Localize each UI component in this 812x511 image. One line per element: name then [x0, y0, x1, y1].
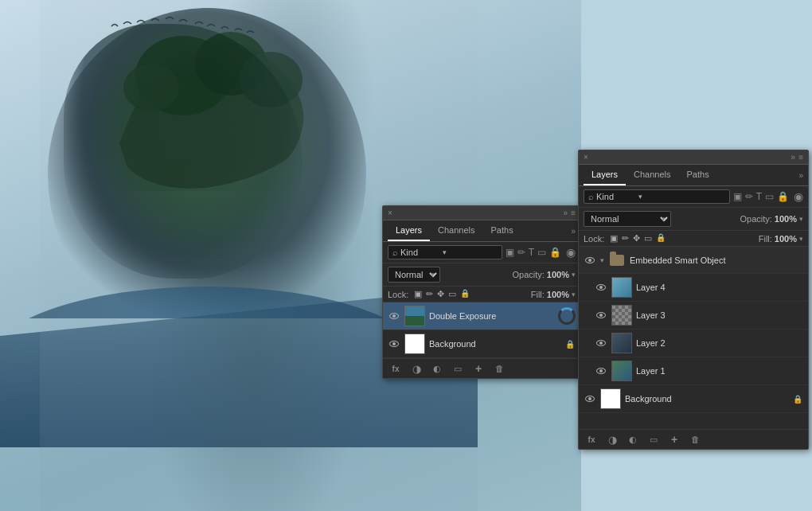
layer-row-background-small[interactable]: Background 🔒	[383, 330, 580, 358]
blend-mode-select-small[interactable]: Normal	[388, 267, 440, 283]
panel-small-tab-bar: Layers Channels Paths »	[383, 220, 580, 242]
filter-brush-icon[interactable]: ✏	[517, 247, 525, 258]
spacer-large	[579, 413, 808, 429]
panel-large-close[interactable]: ×	[584, 153, 588, 162]
filter-toggle-icon[interactable]: ◉	[566, 246, 576, 259]
tab-more-large[interactable]: »	[798, 171, 803, 180]
filter-shape-icon-large[interactable]: ▭	[765, 191, 774, 202]
thumb-background-small	[404, 334, 425, 354]
tab-layers-large[interactable]: Layers	[584, 165, 626, 185]
eye-icon-background-large[interactable]	[584, 394, 596, 404]
tab-paths-large[interactable]: Paths	[679, 165, 717, 185]
search-row-large: ⌕ ▾ ▣ ✏ T ▭ 🔒 ◉	[579, 186, 808, 208]
layer-name-layer4: Layer 4	[636, 283, 803, 292]
lock-artboard-icon[interactable]: ▭	[448, 289, 456, 299]
lock-artboard-icon-large[interactable]: ▭	[644, 233, 652, 244]
opacity-group-small: Opacity: 100% ▾	[513, 270, 576, 279]
mask-icon-small[interactable]: ◑	[408, 362, 424, 375]
search-box-small[interactable]: ⌕ ▾	[388, 245, 502, 259]
lock-move-icon[interactable]: ✥	[437, 289, 444, 299]
island-svg	[24, 0, 422, 318]
new-layer-icon-small[interactable]: +	[470, 362, 486, 375]
kind-chevron-large: ▾	[638, 193, 642, 201]
search-box-large[interactable]: ⌕ ▾	[584, 189, 730, 204]
group-icon-large[interactable]: ▭	[646, 433, 662, 446]
layer-row-layer3[interactable]: Layer 3	[579, 302, 808, 330]
eye-icon-embedded[interactable]	[584, 256, 596, 265]
svg-point-4	[123, 64, 179, 111]
search-input-small[interactable]	[400, 248, 440, 257]
opacity-chevron-large: ▾	[799, 215, 803, 223]
layer-row-layer1[interactable]: Layer 1	[579, 357, 808, 385]
layer-name-background-small: Background	[429, 339, 560, 349]
panel-large-expand[interactable]: »	[791, 153, 796, 162]
tab-channels-small[interactable]: Channels	[430, 220, 482, 241]
panel-small-close[interactable]: ×	[388, 209, 392, 217]
delete-layer-icon-small[interactable]: 🗑	[491, 362, 507, 375]
thumb-layer3	[611, 305, 632, 326]
opacity-label-small: Opacity:	[513, 270, 545, 279]
layer-row-double-exposure[interactable]: Double Exposure	[383, 302, 580, 330]
search-icon-small: ⌕	[392, 248, 398, 257]
eye-icon-background-small[interactable]	[388, 339, 400, 349]
eye-icon-double-exposure[interactable]	[388, 311, 400, 321]
thumb-double-exposure	[404, 306, 425, 326]
filter-text-icon[interactable]: T	[529, 247, 534, 258]
group-icon-small[interactable]: ▭	[450, 362, 466, 375]
lock-brush-icon-large[interactable]: ✏	[622, 233, 629, 244]
fill-value-small[interactable]: 100%	[547, 290, 569, 299]
tab-more-small[interactable]: »	[571, 227, 576, 236]
new-layer-icon-large[interactable]: +	[666, 433, 682, 446]
lock-move-icon-large[interactable]: ✥	[633, 233, 640, 244]
fill-group-small: Fill: 100% ▾	[531, 290, 576, 299]
svg-point-5	[24, 287, 422, 318]
search-input-large[interactable]	[596, 192, 636, 201]
tab-channels-large[interactable]: Channels	[626, 165, 678, 185]
filter-smart-icon[interactable]: 🔒	[549, 247, 561, 258]
delete-layer-icon-large[interactable]: 🗑	[687, 433, 703, 446]
opacity-value-large[interactable]: 100%	[775, 214, 797, 224]
adjustment-icon-large[interactable]: ◐	[625, 433, 641, 446]
filter-smart-icon-large[interactable]: 🔒	[777, 191, 789, 202]
filter-brush-icon-large[interactable]: ✏	[745, 191, 753, 202]
blend-row-large: Normal ▾ Opacity: 100% ▾	[579, 208, 808, 231]
eye-icon-layer1[interactable]	[595, 366, 607, 376]
eye-icon-layer4[interactable]	[595, 283, 607, 292]
tab-paths-small[interactable]: Paths	[483, 220, 521, 241]
tab-layers-small[interactable]: Layers	[388, 220, 430, 241]
eye-icon-layer2[interactable]	[595, 338, 607, 348]
fx-icon-small[interactable]: fx	[388, 362, 404, 375]
folder-icon-embedded	[610, 254, 626, 267]
layer-row-layer4[interactable]: Layer 4	[579, 274, 808, 302]
layer-row-background-large[interactable]: Background 🔒	[579, 385, 808, 413]
fx-icon-large[interactable]: fx	[584, 433, 599, 446]
adjustment-icon-small[interactable]: ◐	[429, 362, 445, 375]
thumb-layer2	[611, 333, 632, 353]
panel-small-expand[interactable]: »	[564, 209, 568, 217]
panel-large-menu[interactable]: ≡	[798, 153, 803, 162]
expand-arrow-embedded[interactable]: ▾	[600, 256, 604, 264]
filter-text-icon-large[interactable]: T	[756, 191, 762, 202]
lock-all-icon[interactable]: 🔒	[460, 289, 470, 299]
opacity-group-large: Opacity: 100% ▾	[740, 214, 804, 224]
layer-row-embedded-smart-object[interactable]: ▾ Embedded Smart Object	[579, 247, 808, 274]
eye-icon-layer3[interactable]	[595, 310, 607, 320]
opacity-label-large: Opacity:	[740, 214, 772, 224]
lock-pixel-icon[interactable]: ▣	[414, 289, 422, 299]
lock-all-icon-large[interactable]: 🔒	[656, 233, 666, 244]
panel-small-menu[interactable]: ≡	[571, 209, 576, 217]
layer-row-layer2[interactable]: Layer 2	[579, 330, 808, 357]
thumb-layer4	[611, 277, 632, 298]
mask-icon-large[interactable]: ◑	[604, 433, 620, 446]
fill-value-large[interactable]: 100%	[775, 234, 797, 244]
filter-pixel-icon-large[interactable]: ▣	[733, 191, 742, 202]
filter-shape-icon[interactable]: ▭	[537, 247, 546, 258]
lock-pixel-icon-large[interactable]: ▣	[610, 233, 618, 244]
blend-mode-select-large[interactable]: Normal	[584, 211, 671, 227]
lock-brush-icon[interactable]: ✏	[426, 289, 433, 299]
filter-toggle-icon-large[interactable]: ◉	[794, 190, 803, 203]
filter-pixel-icon[interactable]: ▣	[506, 247, 514, 258]
opacity-value-small[interactable]: 100%	[547, 270, 569, 279]
lock-icons-large: ▣ ✏ ✥ ▭ 🔒	[610, 233, 666, 244]
layer-name-background-large: Background	[625, 394, 788, 404]
